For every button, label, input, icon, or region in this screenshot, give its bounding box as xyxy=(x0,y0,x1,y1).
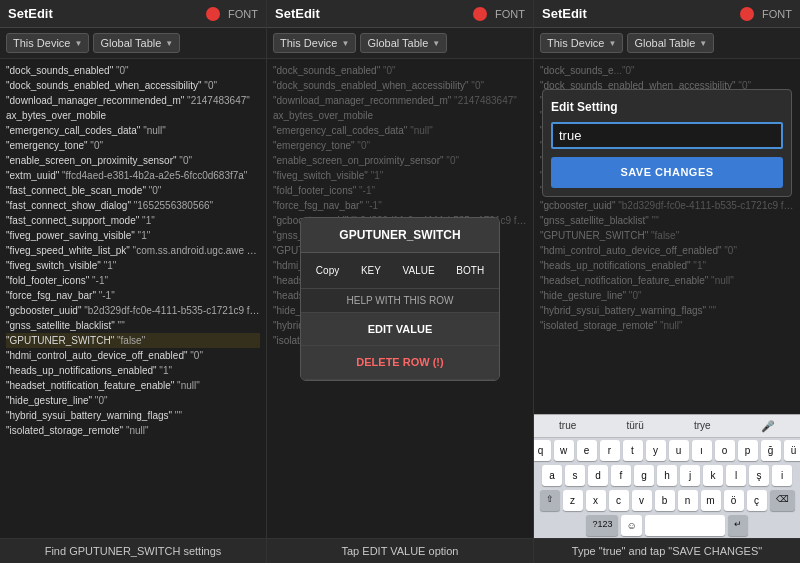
list-item[interactable]: "emergency_call_codes_data" "null" xyxy=(6,123,260,138)
shift-key[interactable]: ⇧ xyxy=(540,490,560,511)
delete-row-button[interactable]: DELETE ROW (!) xyxy=(301,346,499,380)
panel-1-dropdown-device[interactable]: This Device ▼ xyxy=(6,33,89,53)
list-item[interactable]: "emergency_tone" "0" xyxy=(6,138,260,153)
key-u-umlaut[interactable]: ü xyxy=(784,440,801,461)
key-c[interactable]: c xyxy=(609,490,629,511)
key-o[interactable]: o xyxy=(715,440,735,461)
suggestion-2[interactable]: türü xyxy=(627,418,644,435)
key-c-cedilla[interactable]: ç xyxy=(747,490,767,511)
list-item[interactable]: "extm_uuid" "ffcd4aed-e381-4b2a-a2e5-6fc… xyxy=(6,168,260,183)
key-a[interactable]: a xyxy=(542,465,562,486)
key-i-dot[interactable]: i xyxy=(772,465,792,486)
panel-1-header-right: FONT xyxy=(206,7,258,21)
key-q[interactable]: q xyxy=(534,440,551,461)
key-b[interactable]: b xyxy=(655,490,675,511)
keyboard-suggestions: true türü trye 🎤 xyxy=(534,415,800,439)
key-n[interactable]: n xyxy=(678,490,698,511)
list-item[interactable]: "gcbooster_uuid" "b2d329df-fc0e-4111-b53… xyxy=(6,303,260,318)
list-item[interactable]: "enable_screen_on_proximity_sensor" "0" xyxy=(6,153,260,168)
list-item[interactable]: "fast_connect_show_dialog" "165255638056… xyxy=(6,198,260,213)
chevron-down-icon: ▼ xyxy=(165,39,173,48)
key-g-breve[interactable]: ğ xyxy=(761,440,781,461)
list-item[interactable]: ax_bytes_over_mobile xyxy=(6,108,260,123)
key-i[interactable]: ı xyxy=(692,440,712,461)
key-z[interactable]: z xyxy=(563,490,583,511)
list-item[interactable]: "gnss_satellite_blacklist" "" xyxy=(6,318,260,333)
key-m[interactable]: m xyxy=(701,490,721,511)
list-item: "fiveg_switch_visible" "1" xyxy=(273,168,527,183)
key-w[interactable]: w xyxy=(554,440,574,461)
both-button[interactable]: BOTH xyxy=(452,261,488,280)
key-button[interactable]: KEY xyxy=(357,261,385,280)
key-k[interactable]: k xyxy=(703,465,723,486)
key-p[interactable]: p xyxy=(738,440,758,461)
backspace-key[interactable]: ⌫ xyxy=(770,490,795,511)
panel-1-dropdown-table[interactable]: Global Table ▼ xyxy=(93,33,180,53)
value-button[interactable]: VALUE xyxy=(399,261,439,280)
list-item: "fold_footer_icons" "-1" xyxy=(273,183,527,198)
list-item: "hide_gesture_line" "0" xyxy=(540,288,794,303)
panel-2-header-right: FONT xyxy=(473,7,525,21)
list-item[interactable]: "download_manager_recommended_m" "214748… xyxy=(6,93,260,108)
chevron-down-icon: ▼ xyxy=(341,39,349,48)
list-item: "hdmi_control_auto_device_off_enabled" "… xyxy=(540,243,794,258)
num-key[interactable]: ?123 xyxy=(586,515,618,536)
key-o-umlaut[interactable]: ö xyxy=(724,490,744,511)
key-s[interactable]: s xyxy=(565,465,585,486)
list-item[interactable]: "headset_notification_feature_enable" "n… xyxy=(6,378,260,393)
key-u[interactable]: u xyxy=(669,440,689,461)
modal-row-actions: Copy KEY VALUE BOTH xyxy=(301,253,499,289)
list-item[interactable]: "heads_up_notifications_enabled" "1" xyxy=(6,363,260,378)
list-item[interactable]: "fiveg_speed_white_list_pk" "com.ss.andr… xyxy=(6,243,260,258)
save-changes-button[interactable]: SAVE CHANGES xyxy=(551,157,783,188)
list-item[interactable]: "dock_sounds_enabled_when_accessibility"… xyxy=(6,78,260,93)
panel-3-dropdown-device[interactable]: This Device ▼ xyxy=(540,33,623,53)
suggestion-1[interactable]: true xyxy=(559,418,576,435)
list-item[interactable]: "fiveg_power_saving_visible" "1" xyxy=(6,228,260,243)
list-item: "headset_notification_feature_enable" "n… xyxy=(540,273,794,288)
key-v[interactable]: v xyxy=(632,490,652,511)
list-item[interactable]: "fiveg_switch_visible" "1" xyxy=(6,258,260,273)
emoji-key[interactable]: ☺ xyxy=(621,515,641,536)
key-l[interactable]: l xyxy=(726,465,746,486)
space-key[interactable] xyxy=(645,515,725,536)
panel-2-settings-list: "dock_sounds_enabled" "0""dock_sounds_en… xyxy=(267,59,533,538)
panel-3-dropdown-table[interactable]: Global Table ▼ xyxy=(627,33,714,53)
edit-setting-input[interactable] xyxy=(551,122,783,149)
key-d[interactable]: d xyxy=(588,465,608,486)
chevron-down-icon: ▼ xyxy=(432,39,440,48)
list-item[interactable]: "fold_footer_icons" "-1" xyxy=(6,273,260,288)
suggestion-3[interactable]: trye xyxy=(694,418,711,435)
key-r[interactable]: r xyxy=(600,440,620,461)
key-x[interactable]: x xyxy=(586,490,606,511)
caption-2: Tap EDIT VALUE option xyxy=(267,539,534,563)
list-item[interactable]: "isolated_storage_remote" "null" xyxy=(6,423,260,438)
list-item[interactable]: "fast_connect_ble_scan_mode" "0" xyxy=(6,183,260,198)
list-item[interactable]: "fast_connect_support_mode" "1" xyxy=(6,213,260,228)
key-f[interactable]: f xyxy=(611,465,631,486)
enter-key[interactable]: ↵ xyxy=(728,515,748,536)
panel-1-red-dot xyxy=(206,7,220,21)
list-item[interactable]: "hdmi_control_auto_device_off_enabled" "… xyxy=(6,348,260,363)
panel-2-dropdown-table[interactable]: Global Table ▼ xyxy=(360,33,447,53)
panel-1: SetEdit FONT This Device ▼ Global Table … xyxy=(0,0,267,538)
list-item: "gnss_satellite_blacklist" "" xyxy=(540,213,794,228)
panel-2-dropdown-device[interactable]: This Device ▼ xyxy=(273,33,356,53)
list-item[interactable]: "force_fsg_nav_bar" "-1" xyxy=(6,288,260,303)
edit-value-button[interactable]: EDIT VALUE xyxy=(301,313,499,347)
copy-button[interactable]: Copy xyxy=(312,261,343,280)
list-item[interactable]: "dock_sounds_enabled" "0" xyxy=(6,63,260,78)
key-y[interactable]: y xyxy=(646,440,666,461)
mic-icon[interactable]: 🎤 xyxy=(761,418,775,435)
key-t[interactable]: t xyxy=(623,440,643,461)
key-g[interactable]: g xyxy=(634,465,654,486)
list-item[interactable]: "hide_gesture_line" "0" xyxy=(6,393,260,408)
key-s-cedilla[interactable]: ş xyxy=(749,465,769,486)
list-item: "dock_sounds_enabled_when_accessibility"… xyxy=(273,78,527,93)
panel-3-settings-list: "dock_sounds_e..."0""dock_sounds_enabled… xyxy=(534,59,800,538)
list-item[interactable]: "GPUTUNER_SWITCH" "false" xyxy=(6,333,260,348)
list-item[interactable]: "hybrid_sysui_battery_warning_flags" "" xyxy=(6,408,260,423)
key-h[interactable]: h xyxy=(657,465,677,486)
key-e[interactable]: e xyxy=(577,440,597,461)
key-j[interactable]: j xyxy=(680,465,700,486)
